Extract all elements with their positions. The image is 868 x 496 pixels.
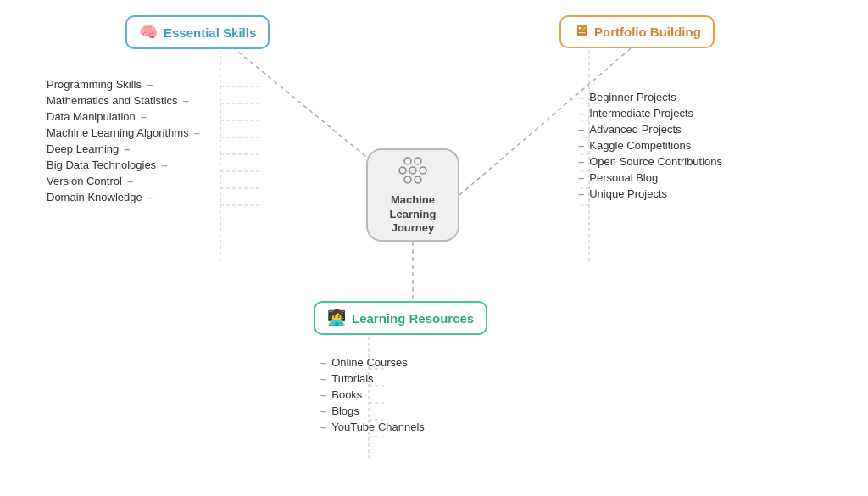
list-item: Personal Blog: [578, 170, 722, 186]
learning-label: Learning Resources: [352, 311, 474, 326]
list-item: Online Courses: [320, 354, 425, 371]
list-item: Big Data Technologies: [47, 157, 200, 173]
list-item: Advanced Projects: [578, 121, 722, 137]
portfolio-list: Beginner ProjectsIntermediate ProjectsAd…: [578, 89, 722, 202]
portfolio-icon: 🖥: [573, 23, 588, 41]
list-item: Domain Knowledge: [47, 189, 200, 205]
learning-resources-node: 👩‍💻 Learning Resources: [314, 301, 487, 335]
essential-skills-list: Programming SkillsMathematics and Statis…: [47, 76, 200, 205]
essential-skills-node: 🧠 Essential Skills: [125, 15, 270, 49]
list-item: Open Source Contributions: [578, 153, 722, 170]
list-item: Deep Learning: [47, 141, 200, 157]
center-label: Machine Learning Journey: [368, 193, 458, 237]
list-item: Kaggle Competitions: [578, 137, 722, 153]
svg-point-28: [399, 167, 406, 174]
center-node: Machine Learning Journey: [366, 148, 459, 242]
svg-point-30: [420, 167, 426, 174]
svg-point-26: [404, 158, 411, 164]
list-item: YouTube Channels: [320, 419, 425, 435]
essential-label: Essential Skills: [164, 25, 256, 40]
list-item: Books: [320, 387, 425, 403]
list-item: Beginner Projects: [578, 89, 722, 105]
learning-icon: 👩‍💻: [327, 309, 346, 327]
list-item: Programming Skills: [47, 76, 200, 92]
svg-point-32: [415, 176, 421, 183]
list-item: Mathematics and Statistics: [47, 92, 200, 109]
portfolio-building-node: 🖥 Portfolio Building: [559, 15, 715, 48]
list-item: Data Manipulation: [47, 109, 200, 125]
list-item: Version Control: [47, 173, 200, 189]
list-item: Machine Learning Algorithms: [47, 125, 200, 141]
learning-resources-list: Online CoursesTutorialsBooksBlogsYouTube…: [320, 354, 425, 435]
svg-point-27: [415, 158, 421, 164]
center-icon: [396, 154, 430, 190]
list-item: Tutorials: [320, 371, 425, 387]
mindmap-container: Machine Learning Journey 🧠 Essential Ski…: [0, 0, 868, 496]
svg-point-29: [409, 167, 416, 174]
essential-icon: 🧠: [139, 23, 158, 42]
list-item: Intermediate Projects: [578, 105, 722, 121]
list-item: Blogs: [320, 403, 425, 419]
list-item: Unique Projects: [578, 186, 722, 202]
portfolio-label: Portfolio Building: [594, 25, 701, 39]
svg-point-31: [404, 176, 411, 183]
